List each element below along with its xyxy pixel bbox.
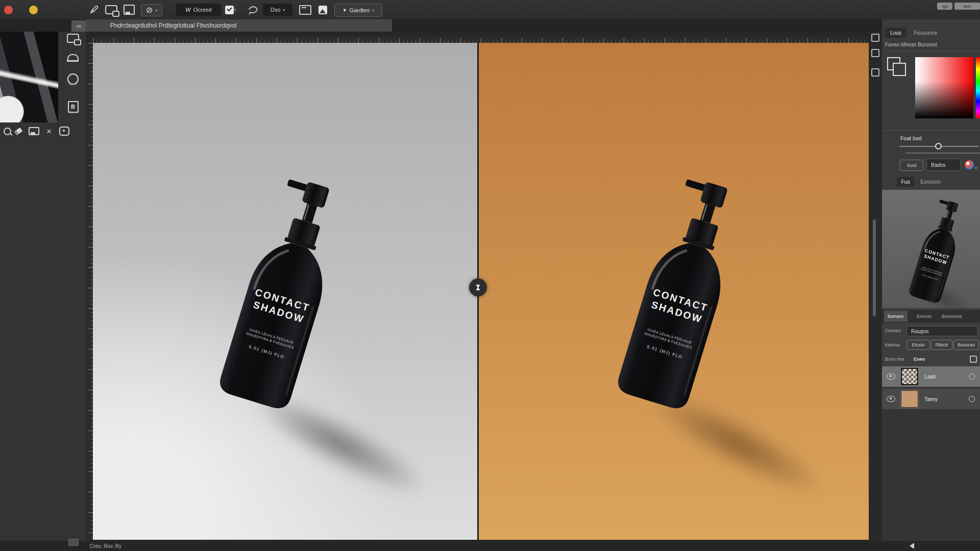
- suut-button[interactable]: Suut: [900, 160, 923, 171]
- slash-circle-icon: ⊘: [146, 6, 153, 14]
- lasso-tool-icon[interactable]: [246, 3, 259, 16]
- panel-page-icon-3[interactable]: [871, 68, 879, 77]
- layer-option-icon[interactable]: [969, 396, 975, 402]
- close-x-icon: ×: [46, 127, 52, 136]
- dxo-label: Dxo: [271, 7, 281, 13]
- layer-name: Laatr: [924, 374, 969, 380]
- blend-mode-dropdown[interactable]: Raugos: [906, 326, 978, 336]
- layer-row-selected[interactable]: Laatr: [882, 366, 980, 387]
- monitor-icon: [29, 127, 39, 135]
- before-image-half: [93, 43, 478, 540]
- product-bottle-right: [598, 163, 768, 423]
- stamp-panel-button[interactable]: [60, 49, 86, 66]
- hourglass-icon: [475, 284, 481, 291]
- color-sphere-button[interactable]: ▾: [965, 160, 974, 169]
- layer-name: Taevy: [924, 396, 969, 402]
- font-section-label: Foat Ionl: [900, 136, 922, 141]
- tab-channels[interactable]: Envruo: [913, 311, 935, 322]
- close-window-button[interactable]: [4, 6, 13, 14]
- tab-lous[interactable]: Lous: [885, 28, 906, 38]
- slider-knob[interactable]: [935, 143, 942, 149]
- fill-value[interactable]: Eoeo: [914, 357, 925, 362]
- fill-options-icon[interactable]: [970, 356, 977, 363]
- tab-layers[interactable]: Bamare: [884, 311, 908, 322]
- camera-icon: [59, 127, 69, 136]
- bados-field[interactable]: Bados: [926, 159, 961, 171]
- speech-bubbles-icon: [67, 34, 79, 43]
- circle-panel-caption: Eueni: [60, 83, 86, 86]
- color-sphere-icon: [965, 160, 974, 169]
- minimize-window-button[interactable]: [29, 6, 38, 14]
- gradient-dropdown-button[interactable]: ▼ Gardteo ▾: [334, 4, 382, 17]
- checkbox-icon: [225, 6, 234, 14]
- tab-fua[interactable]: Fua: [897, 177, 914, 187]
- doc-photo-icon: [124, 5, 135, 15]
- hue-strip[interactable]: [976, 57, 980, 118]
- layer-row[interactable]: Taevy: [882, 389, 980, 409]
- visibility-eye-icon[interactable]: [887, 373, 895, 380]
- checkbox-option-button[interactable]: ▾: [225, 3, 237, 16]
- tab-paths[interactable]: Bureeona: [938, 311, 965, 322]
- comments-panel-button[interactable]: [60, 30, 86, 47]
- chevron-down-icon: ▾: [372, 8, 374, 13]
- titlebar: ⊘ ▾ W Ocreed ▾ Dxo ▾ . ▼ Gardteo ▾: [0, 0, 980, 19]
- slider-track-secondary[interactable]: [905, 153, 980, 154]
- close-selection-button[interactable]: ×: [42, 124, 56, 138]
- canvas-workarea[interactable]: [93, 43, 869, 540]
- divider: [882, 51, 980, 52]
- divider: [882, 130, 980, 131]
- window-action-button-1[interactable]: igd: [937, 3, 952, 10]
- horizontal-ruler: [93, 37, 869, 43]
- pen-tool-icon[interactable]: [88, 3, 100, 16]
- eraser-tool-button[interactable]: [11, 124, 26, 138]
- app-window: CONTACT SHADOW IUUEA LEUALS FEEUAUE DHUE…: [0, 0, 980, 551]
- history-button[interactable]: [57, 124, 71, 138]
- gradient-label: Gardteo: [350, 7, 370, 13]
- image-icon: [318, 6, 327, 14]
- status-mini-button[interactable]: [68, 539, 79, 546]
- lock-button-3[interactable]: Bosurao: [953, 340, 979, 350]
- document-tab[interactable]: Pndrcteagrduthol Prdtegrloitual Fbvshuor…: [86, 19, 392, 32]
- compare-slider-handle[interactable]: [469, 279, 487, 296]
- layer-thumbnail[interactable]: [901, 390, 918, 408]
- image-button[interactable]: [316, 3, 329, 16]
- tab-fisuuonce[interactable]: Fisuuonce: [909, 28, 942, 38]
- clone-stamp-icon: [67, 54, 79, 61]
- collapse-left-icon[interactable]: [910, 543, 914, 549]
- export-button[interactable]: .: [299, 3, 312, 16]
- vertical-ruler: [86, 43, 93, 540]
- dxo-dropdown-button[interactable]: Dxo ▾: [263, 4, 292, 16]
- lock-button-2[interactable]: Pilectr: [931, 340, 952, 350]
- layer-option-icon[interactable]: [969, 373, 975, 380]
- window-action-button-2[interactable]: lanv: [954, 3, 980, 10]
- eraser-icon: [14, 127, 23, 135]
- chevron-down-icon: ▾: [234, 8, 236, 12]
- vertical-scrollbar-thumb[interactable]: [873, 219, 876, 316]
- status-info-text: Creu: Rov. Ry: [90, 543, 121, 549]
- after-image-half: [478, 43, 869, 540]
- lock-button-1[interactable]: Etusio: [906, 340, 930, 350]
- comment-tool-icon[interactable]: [105, 3, 117, 16]
- color-saturation-square[interactable]: [915, 57, 973, 118]
- blend-mode-label: Censes: [885, 328, 901, 333]
- navigator-thumbnail[interactable]: [0, 32, 58, 122]
- chevron-down-icon: ▾: [155, 8, 157, 13]
- visibility-eye-icon[interactable]: [887, 396, 895, 402]
- statusbar: [0, 541, 980, 551]
- chevron-down-icon: ▾: [975, 166, 977, 170]
- product-bottle-left: [200, 163, 370, 423]
- foreground-background-swatch-icon[interactable]: [887, 57, 900, 70]
- tab-eoncoon[interactable]: Eoncoon: [916, 177, 945, 187]
- chat-bubble-icon: [105, 5, 117, 14]
- document-filename: Pndrcteagrduthol Prdtegrloitual Fbvshuor…: [110, 22, 236, 29]
- display-button[interactable]: [27, 124, 41, 138]
- layer-thumbnail[interactable]: [901, 368, 918, 385]
- no-style-dropdown[interactable]: ⊘ ▾: [141, 4, 162, 16]
- magnifier-icon: [4, 128, 11, 135]
- brush-preset-button[interactable]: W Ocreed: [176, 4, 221, 16]
- export-icon: [299, 5, 311, 15]
- panel-page-icon-1[interactable]: [871, 34, 879, 42]
- panel-page-icon-2[interactable]: [871, 49, 879, 57]
- clone-stamp-icon[interactable]: [122, 3, 136, 16]
- preset-glyph: W: [185, 7, 190, 13]
